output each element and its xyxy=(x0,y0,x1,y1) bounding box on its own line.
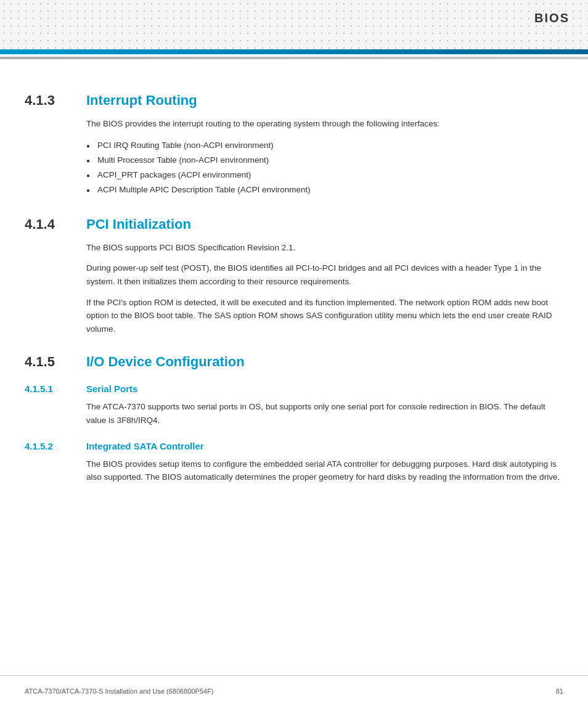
section-4-1-5-heading: 4.1.5 I/O Device Configuration xyxy=(25,354,563,370)
bullet-item: Multi Processor Table (non-ACPI environm… xyxy=(86,153,563,168)
section-4-1-4-para-3: If the PCI's option ROM is detected, it … xyxy=(86,296,563,336)
section-4-1-4-number: 4.1.4 xyxy=(25,216,86,232)
section-4-1-4-para-1: The BIOS supports PCI BIOS Specification… xyxy=(86,241,563,255)
section-4-1-3-heading: 4.1.3 Interrupt Routing xyxy=(25,92,563,109)
section-4-1-3-intro: The BIOS provides the interrupt routing … xyxy=(86,117,563,131)
section-4-1-5-2-heading: 4.1.5.2 Integrated SATA Controller xyxy=(25,441,563,451)
footer-left-text: ATCA-7370/ATCA-7370-S Installation and U… xyxy=(25,688,214,695)
section-4-1-5-number: 4.1.5 xyxy=(25,354,86,370)
main-content: 4.1.3 Interrupt Routing The BIOS provide… xyxy=(0,62,588,528)
section-4-1-3-number: 4.1.3 xyxy=(25,92,86,109)
footer-page-number: 81 xyxy=(556,688,563,695)
bullet-item: ACPI Multiple APIC Description Table (AC… xyxy=(86,183,563,197)
bullet-item: PCI IRQ Routing Table (non-ACPI environm… xyxy=(86,138,563,153)
page-header: BIOS xyxy=(0,0,588,62)
section-4-1-4-heading: 4.1.4 PCI Initialization xyxy=(25,216,563,232)
section-4-1-3-title: Interrupt Routing xyxy=(86,92,197,109)
bullet-item: ACPI_PRT packages (ACPI environment) xyxy=(86,168,563,183)
gray-bar xyxy=(0,57,588,59)
page-footer: ATCA-7370/ATCA-7370-S Installation and U… xyxy=(0,675,588,706)
section-4-1-5-2-number: 4.1.5.2 xyxy=(25,441,86,451)
section-4-1-5-2-para: The BIOS provides setup items to configu… xyxy=(86,458,563,484)
section-4-1-4-para-2: During power-up self test (POST), the BI… xyxy=(86,261,563,288)
section-4-1-3-bullets: PCI IRQ Routing Table (non-ACPI environm… xyxy=(86,138,563,198)
section-4-1-5-2-title: Integrated SATA Controller xyxy=(86,441,204,451)
blue-bar xyxy=(0,49,588,54)
dot-pattern-bg xyxy=(0,0,588,49)
section-4-1-5-1-heading: 4.1.5.1 Serial Ports xyxy=(25,384,563,394)
section-4-1-5-1-para: The ATCA-7370 supports two serial ports … xyxy=(86,400,563,427)
bios-label: BIOS xyxy=(534,11,570,25)
section-4-1-5-1-number: 4.1.5.1 xyxy=(25,384,86,394)
section-4-1-5-1-title: Serial Ports xyxy=(86,384,137,394)
section-4-1-5-title: I/O Device Configuration xyxy=(86,354,245,370)
section-4-1-4-title: PCI Initialization xyxy=(86,216,191,232)
